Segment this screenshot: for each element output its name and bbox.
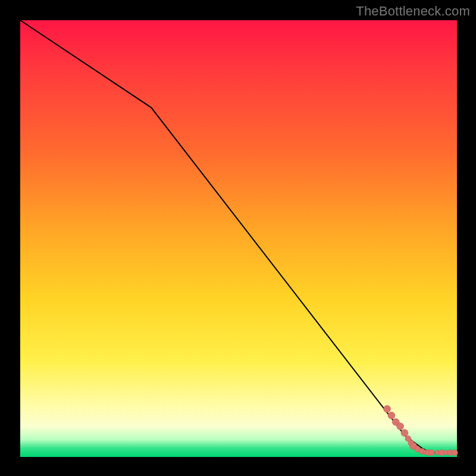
chart-frame: TheBottleneck.com	[0, 0, 476, 476]
curve-line	[20, 20, 457, 453]
curve-path	[20, 20, 457, 453]
plot-area	[20, 20, 457, 457]
chart-overlay	[20, 20, 457, 457]
watermark-text: TheBottleneck.com	[356, 4, 470, 19]
data-point-marker	[428, 450, 434, 456]
data-point-marker	[388, 412, 395, 419]
data-point-marker	[384, 405, 391, 412]
data-point-marker	[401, 430, 408, 437]
data-point-marker	[452, 450, 458, 456]
marker-group	[384, 405, 458, 455]
data-point-marker	[397, 423, 404, 430]
